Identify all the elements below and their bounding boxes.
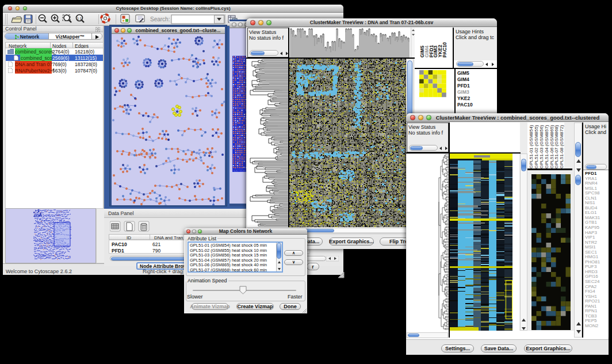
svg-text:1:1: 1:1	[77, 17, 82, 20]
svg-text:Search:: Search:	[150, 16, 170, 22]
